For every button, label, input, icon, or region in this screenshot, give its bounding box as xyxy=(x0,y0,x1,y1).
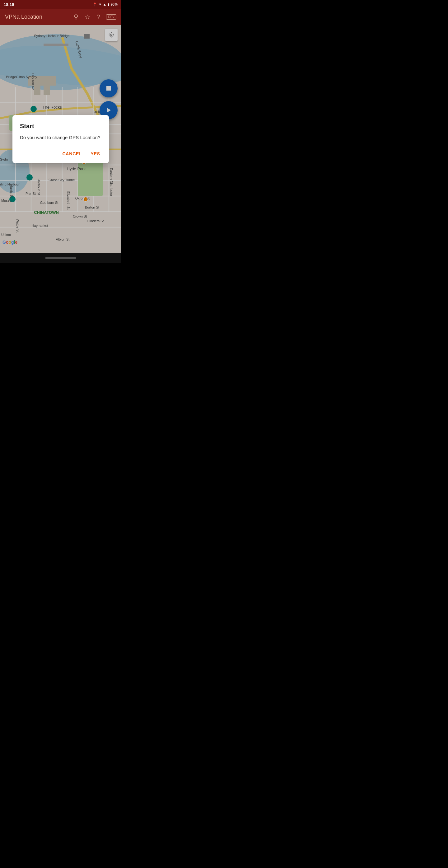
signal-status-icon: ▲ xyxy=(103,2,106,6)
app-bar-icons: ⚲ ☆ ? DEV xyxy=(74,13,116,21)
cancel-button[interactable]: CANCEL xyxy=(61,149,83,158)
dialog-message: Do you want to change GPS Location? xyxy=(20,134,101,141)
dialog: Start Do you want to change GPS Location… xyxy=(12,115,109,163)
status-bar: 18:19 📍 ▼ ▲ ▮ 95% xyxy=(0,0,121,9)
bottom-bar xyxy=(0,253,121,263)
wifi-status-icon: ▼ xyxy=(98,2,102,6)
app-title: VPNa Location xyxy=(5,14,74,20)
location-status-icon: 📍 xyxy=(93,2,97,6)
map-container: Sydney Harbour Bridge BridgeClimb Sydney… xyxy=(0,25,121,253)
battery-percent: 95% xyxy=(111,2,118,6)
help-icon[interactable]: ? xyxy=(96,13,100,21)
star-icon[interactable]: ☆ xyxy=(85,13,90,21)
dialog-actions: CANCEL YES xyxy=(20,149,101,158)
home-indicator[interactable] xyxy=(45,257,76,259)
yes-button[interactable]: YES xyxy=(90,149,101,158)
dev-badge[interactable]: DEV xyxy=(106,14,116,20)
app-bar: VPNa Location ⚲ ☆ ? DEV xyxy=(0,9,121,25)
battery-status-icon: ▮ xyxy=(108,2,109,6)
status-icons: 📍 ▼ ▲ ▮ 95% xyxy=(93,2,118,6)
status-time: 18:19 xyxy=(4,2,14,7)
dialog-overlay: Start Do you want to change GPS Location… xyxy=(0,25,121,253)
dialog-title: Start xyxy=(20,123,101,130)
search-icon[interactable]: ⚲ xyxy=(74,13,78,21)
